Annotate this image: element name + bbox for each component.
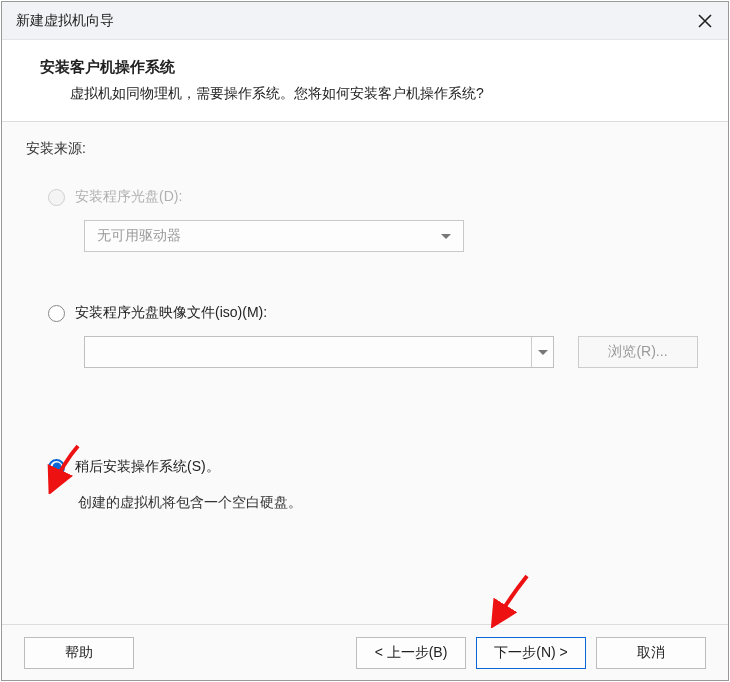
disc-drive-select[interactable]: 无可用驱动器 — [84, 220, 464, 252]
page-subtext: 虚拟机如同物理机，需要操作系统。您将如何安装客户机操作系统? — [70, 85, 700, 103]
radio-iso — [48, 305, 65, 322]
page-heading: 安装客户机操作系统 — [40, 58, 700, 77]
chevron-down-icon — [441, 234, 451, 239]
radio-row-iso[interactable]: 安装程序光盘映像文件(iso)(M): — [48, 304, 704, 322]
cancel-button[interactable]: 取消 — [596, 637, 706, 669]
header-panel: 安装客户机操作系统 虚拟机如同物理机，需要操作系统。您将如何安装客户机操作系统? — [2, 40, 728, 122]
radio-later — [48, 459, 65, 476]
source-label: 安装来源: — [26, 140, 704, 158]
footer: 帮助 < 上一步(B) 下一步(N) > 取消 — [2, 624, 728, 680]
radio-disc — [48, 189, 65, 206]
iso-dropdown-caret[interactable] — [531, 337, 553, 367]
iso-path-input[interactable] — [84, 336, 554, 368]
browse-button[interactable]: 浏览(R)... — [578, 336, 698, 368]
option-later: 稍后安装操作系统(S)。 创建的虚拟机将包含一个空白硬盘。 — [26, 458, 704, 512]
titlebar: 新建虚拟机向导 — [2, 2, 728, 40]
annotation-arrow-icon — [487, 572, 533, 628]
body-panel: 安装来源: 安装程序光盘(D): 无可用驱动器 安装程序光盘映像文件(iso)(… — [2, 122, 728, 624]
wizard-window: 新建虚拟机向导 安装客户机操作系统 虚拟机如同物理机，需要操作系统。您将如何安装… — [1, 1, 729, 681]
option-iso: 安装程序光盘映像文件(iso)(M): 浏览(R)... — [26, 304, 704, 368]
close-icon[interactable] — [692, 8, 718, 34]
iso-row: 浏览(R)... — [84, 336, 704, 368]
disc-drive-select-text: 无可用驱动器 — [97, 227, 181, 245]
radio-row-later[interactable]: 稍后安装操作系统(S)。 — [48, 458, 704, 476]
help-button[interactable]: 帮助 — [24, 637, 134, 669]
radio-disc-label: 安装程序光盘(D): — [75, 188, 182, 206]
radio-row-disc[interactable]: 安装程序光盘(D): — [48, 188, 704, 206]
chevron-down-icon — [538, 350, 548, 355]
next-button[interactable]: 下一步(N) > — [476, 637, 586, 669]
radio-iso-label: 安装程序光盘映像文件(iso)(M): — [75, 304, 267, 322]
option-disc: 安装程序光盘(D): 无可用驱动器 — [26, 188, 704, 252]
window-title: 新建虚拟机向导 — [16, 12, 114, 30]
back-button[interactable]: < 上一步(B) — [356, 637, 466, 669]
radio-later-label: 稍后安装操作系统(S)。 — [75, 458, 220, 476]
later-hint: 创建的虚拟机将包含一个空白硬盘。 — [78, 494, 704, 512]
